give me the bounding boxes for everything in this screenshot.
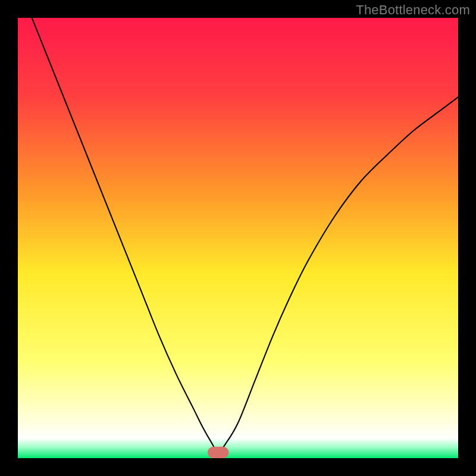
marker-layer: [208, 447, 229, 458]
gradient-background: [18, 18, 458, 458]
plot-area: [18, 18, 458, 458]
watermark-text: TheBottleneck.com: [356, 2, 470, 18]
chart-svg: [18, 18, 458, 458]
min-marker: [208, 447, 229, 458]
chart-frame: TheBottleneck.com: [0, 0, 476, 476]
